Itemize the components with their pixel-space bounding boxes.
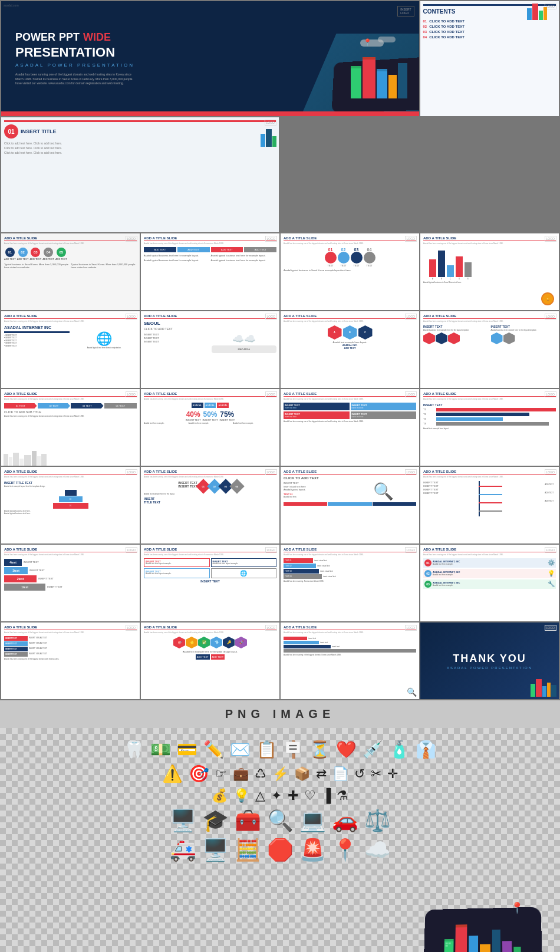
arrows-icon: ⇄ [316,766,327,782]
location-pin-icon: 📍 [332,838,358,862]
car-icon: 🚗 [332,808,358,833]
slide-timeline: LOGO ADD A TITLE SLIDE Asadal has been r… [281,622,419,699]
icons-row-2: ⚠️ 🎯 ☞ 💼 ♺ ⚡ 📦 ⇄ 📄 ↺ ✂ ✛ [7,764,553,783]
slide-table: LOGO ADD A TITLE SLIDE Asadal has been r… [281,389,419,466]
cloud-icon: ☁️ [364,838,391,862]
heartbeat-icon: ♡ [304,788,316,803]
slide-seoul-map: LOGO ADD A TITLE SLIDE SEOUL CLICK TO AD… [141,311,279,388]
slide-numbered-steps: LOGO ADD A TITLE SLIDE Asadal has been r… [1,233,140,310]
png-section-title: PNG IMAGE [0,704,560,724]
businessmen-icon: 👔 [416,740,436,759]
cover-power: POWER [15,31,55,44]
icons-row-3: 💰 💡 △ ✦ ✚ ♡ ▐ ⚗ [7,788,553,803]
slide-circles: LOGO ADD A TITLE SLIDE Asadal has been r… [281,233,419,310]
icons-area: 🦷 💵 💳 ✏️ ✉️ 📋 🪧 ⏳ ❤️ 💉 🧴 👔 ⚠️ 🎯 ☞ 💼 ♺ ⚡ … [0,728,560,952]
cover-ppt: PPT [59,31,80,44]
slide-bar-chart: LOGO ADD A TITLE SLIDE Asadal has been r… [141,233,279,310]
slide-vertical-bars: LOGO ADD A TITLE SLIDE Asadal has been r… [420,233,559,310]
slide-cover: 📍 POWER PPT WIDE PRESENTATION ASADAL POW… [1,1,419,116]
insert-title-badge: 01 [4,124,18,139]
slide-colored-text-bars: LOGO ADD A TITLE SLIDE Asadal has been r… [1,622,140,699]
slide-sub: Asadal has been running one of the bigge… [4,243,137,245]
laptop-icon: 💻 [299,808,326,833]
slide-title: ADD A TITLE SLIDE [144,236,276,241]
slide-stacked: LOGO ADD A TITLE SLIDE Asadal has been r… [1,545,140,621]
credit-card-icon: 💳 [177,740,197,759]
network-icon: ✦ [271,788,282,803]
slide-bullet-list: LOGO ADD A TITLE SLIDE Asadal has been r… [1,311,140,388]
cover-wide: WIDE [83,31,111,44]
doc-icon: 📄 [332,766,348,782]
monitor-icon: 🖥️ [202,838,229,862]
scales-icon: ⚖️ [364,808,391,833]
cover-presentation: PRESENTATION [15,45,134,60]
plug-icon: ⚡ [272,766,288,782]
slide-thank-you: THANK YOU ASADAL POWER PRESENTATION LOGO [420,622,559,699]
briefcase-outline-icon: 💼 [233,766,249,782]
syringe-icon: 💉 [363,740,383,759]
calculator-icon: 🧮 [235,838,261,862]
slide-org-chart: LOGO ADD A TITLE SLIDE Asadal has been r… [420,467,559,543]
slide-title: ADD A TITLE SLIDE [284,236,416,241]
cover-asadal: ASADAL POWER PRESENTATION [15,62,134,68]
hand-icon: ☞ [215,766,227,782]
dollar-bag-icon: 💰 [212,788,228,803]
logo-ph: LOGO [545,236,556,242]
envelope-icon: ✉️ [230,740,251,759]
box-outline-icon: 📦 [294,766,310,782]
logo-ph: LOGO [126,236,137,242]
medical-cross-icon: ✚ [288,788,298,803]
server-icon: 🖥️ [170,808,196,833]
slide-sub: Asadal has been running one of the bigge… [144,243,276,245]
bulb-icon: 💡 [233,788,249,803]
icons-row-4: 🖥️ 🎓 🧰 🔍 💻 🚗 ⚖️ [7,808,553,833]
slide-h-bars: LOGO ADD A TITLE SLIDE Asadal has been r… [420,389,559,466]
slide-desc: Asadal typical business in Seoul Korea t… [423,281,556,284]
insert-logo: INSERTLOGO [397,6,414,17]
slide-hex-pattern: LOGO ADD A TITLE SLIDE Asadal has been r… [141,622,279,699]
signal-bars-icon: ▐ [322,788,331,803]
insert-title-lines: Click to add text here. Click to add tex… [4,141,276,155]
city-illustration: 📍 [7,872,553,952]
contents-item-2: 02 CLICK TO ADD TEXT [423,25,556,28]
slide-diamonds: LOGO ADD A TITLE SLIDE Asadal has been r… [141,467,279,543]
plus-icon: ✛ [387,766,398,782]
thank-you-title: THANK YOU [447,653,532,665]
scissors-icon: ✂ [371,766,381,782]
slide-search: LOGO ADD A TITLE SLIDE CLICK TO ADD TEXT… [281,467,419,543]
ambulance-icon: 🚑 [170,838,196,862]
slide-arrows-list: LOGO ADD A TITLE SLIDE Asadal has been r… [281,545,419,621]
logo-ph: LOGO [405,236,417,242]
clipboard-icon: 📋 [256,740,277,759]
signs-icon: 🪧 [283,740,304,759]
slide-pyramid: LOGO ADD A TITLE SLIDE Asadal has been r… [1,467,140,543]
icons-row-1: 🦷 💵 💳 ✏️ ✉️ 📋 🪧 ⏳ ❤️ 💉 🧴 👔 [7,740,553,759]
tooth-icon: 🦷 [124,740,144,759]
cover-description: Asadal has been running one of the bigge… [15,73,133,86]
icons-row-5: 🚑 🖥️ 🧮 🛑 🚨 📍 ☁️ [7,838,553,862]
bottle-icon: 🧴 [389,740,410,759]
slide-body: Asadal typical business in Seoul Korea e… [284,269,416,272]
triangle-warning-icon: ⚠️ [162,764,183,783]
slide-insert-title: LOGO 01 INSERT TITLE Click to add text h… [1,117,279,232]
slide-hexagon: LOGO ADD A TITLE SLIDE Asadal has been r… [281,311,419,388]
hourglass-icon: ⏳ [309,740,330,759]
contents-item-4: 04 CLICK TO ADD TEXT [423,35,556,39]
contents-item-3: 03 CLICK TO ADD TEXT [423,30,556,34]
flask-icon: ⚗ [337,788,348,803]
slide-title: ADD A TITLE SLIDE [4,236,137,241]
pencil-icon: ✏️ [203,740,224,759]
graduation-icon: 🎓 [202,808,229,833]
slide-icon-list: LOGO ADD A TITLE SLIDE Asadal has been r… [420,545,559,621]
slide-hex-pyramid: LOGO ADD A TITLE SLIDE Asadal has been r… [420,311,559,388]
slide-contents: LOGO CONTENTS 01 CLICK TO ADD TEXT 02 CL… [420,1,559,116]
money-icon: 💵 [150,740,171,759]
target-icon: 🎯 [189,764,209,783]
refresh-icon: ↺ [354,766,365,782]
alarm-icon: 🚨 [299,838,326,862]
logo-ph: LOGO [265,236,277,242]
insert-title-heading: INSERT TITLE [21,129,57,134]
toolbox-icon: 🧰 [235,808,261,833]
thank-you-subtitle: ASADAL POWER PRESENTATION [447,666,532,670]
slide-percentages: LOGO ADD A TITLE SLIDE Asadal has been r… [141,389,279,466]
